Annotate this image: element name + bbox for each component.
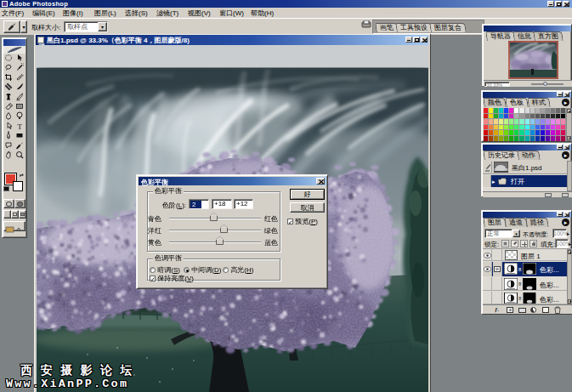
svg-text:T: T: [18, 122, 23, 131]
